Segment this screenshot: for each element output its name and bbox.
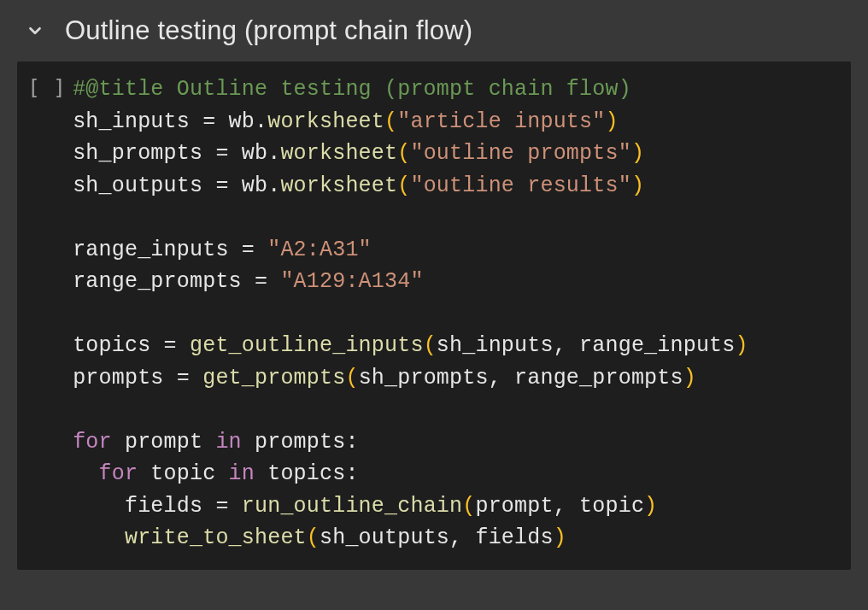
code-text: sh_inputs, range_inputs: [437, 333, 736, 358]
chevron-down-icon[interactable]: [26, 21, 44, 40]
code-text: fields =: [125, 494, 242, 519]
code-text: sh_outputs, fields: [320, 525, 554, 550]
code-punct: ): [605, 109, 618, 134]
code-punct: (: [397, 173, 410, 198]
code-punct: (: [424, 333, 437, 358]
code-punct: (: [397, 141, 410, 166]
code-func: write_to_sheet: [125, 525, 307, 550]
code-text: prompt: [112, 430, 216, 455]
code-punct: ): [644, 494, 657, 519]
code-text: sh_prompts, range_prompts: [359, 366, 683, 390]
code-func: worksheet: [267, 109, 384, 134]
code-text: sh_inputs = wb.: [73, 109, 267, 134]
code-punct: ): [554, 525, 566, 550]
code-indent: [73, 525, 125, 550]
run-button[interactable]: [ ]: [26, 73, 73, 100]
code-text: prompts:: [242, 430, 359, 455]
code-text: range_inputs =: [73, 238, 267, 262]
code-comment: #@title Outline testing (prompt chain fl…: [73, 77, 631, 102]
code-func: worksheet: [280, 141, 397, 166]
section-header[interactable]: Outline testing (prompt chain flow): [0, 0, 868, 62]
code-punct: (: [307, 525, 320, 550]
code-text: prompts =: [73, 366, 202, 390]
code-text: range_prompts =: [73, 269, 280, 294]
code-func: run_outline_chain: [242, 494, 462, 519]
code-text: topics =: [73, 333, 190, 358]
section-title: Outline testing (prompt chain flow): [65, 15, 472, 46]
code-editor[interactable]: #@title Outline testing (prompt chain fl…: [73, 73, 748, 554]
code-string: "article inputs": [397, 109, 605, 134]
code-text: sh_prompts = wb.: [73, 141, 280, 166]
code-text: topics:: [255, 461, 359, 486]
code-keyword: in: [215, 430, 241, 455]
code-keyword: in: [229, 461, 255, 486]
code-string: "outline prompts": [410, 141, 630, 166]
code-punct: (: [345, 366, 358, 390]
code-cell[interactable]: [ ] #@title Outline testing (prompt chai…: [17, 62, 851, 570]
code-text: prompt, topic: [475, 494, 644, 519]
code-func: get_outline_inputs: [190, 333, 424, 358]
code-string: "A129:A134": [280, 269, 423, 294]
code-indent: [73, 494, 125, 519]
code-keyword: for: [99, 461, 138, 486]
code-punct: (: [384, 109, 397, 134]
code-punct: ): [736, 333, 748, 358]
code-string: "outline results": [410, 173, 630, 198]
code-punct: ): [631, 173, 644, 198]
code-text: topic: [138, 461, 228, 486]
code-string: "A2:A31": [267, 238, 372, 262]
code-punct: ): [683, 366, 696, 390]
code-indent: [73, 461, 98, 486]
code-func: get_prompts: [202, 366, 345, 390]
code-keyword: for: [73, 430, 112, 455]
code-func: worksheet: [280, 173, 397, 198]
code-text: sh_outputs = wb.: [73, 173, 280, 198]
code-punct: ): [631, 141, 644, 166]
code-punct: (: [462, 494, 475, 519]
